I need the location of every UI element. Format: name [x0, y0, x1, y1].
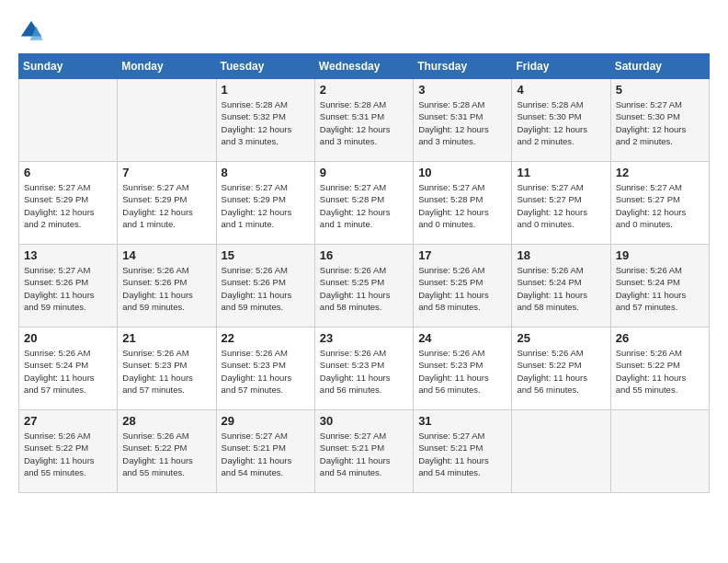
- calendar-day-cell: 20Sunrise: 5:26 AM Sunset: 5:24 PM Dayli…: [19, 327, 118, 410]
- calendar-day-cell: [118, 79, 216, 162]
- day-number: 17: [418, 248, 506, 262]
- day-number: 20: [24, 331, 112, 345]
- day-number: 10: [418, 166, 506, 179]
- calendar-day-cell: 31Sunrise: 5:27 AM Sunset: 5:21 PM Dayli…: [414, 410, 512, 493]
- day-info: Sunrise: 5:27 AM Sunset: 5:28 PM Dayligh…: [418, 181, 506, 230]
- calendar-week-row: 6Sunrise: 5:27 AM Sunset: 5:29 PM Daylig…: [19, 162, 710, 245]
- calendar-day-cell: 26Sunrise: 5:26 AM Sunset: 5:22 PM Dayli…: [610, 327, 709, 410]
- calendar-day-cell: 12Sunrise: 5:27 AM Sunset: 5:27 PM Dayli…: [610, 162, 709, 245]
- calendar-day-cell: 27Sunrise: 5:26 AM Sunset: 5:22 PM Dayli…: [19, 410, 118, 493]
- calendar-week-row: 27Sunrise: 5:26 AM Sunset: 5:22 PM Dayli…: [19, 410, 710, 493]
- calendar-day-cell: [610, 410, 709, 493]
- day-info: Sunrise: 5:26 AM Sunset: 5:26 PM Dayligh…: [222, 264, 310, 313]
- day-number: 30: [320, 414, 408, 428]
- day-info: Sunrise: 5:26 AM Sunset: 5:23 PM Dayligh…: [122, 347, 210, 396]
- calendar-day-cell: [512, 410, 610, 493]
- day-number: 4: [517, 83, 605, 97]
- calendar-day-cell: 4Sunrise: 5:28 AM Sunset: 5:30 PM Daylig…: [512, 79, 610, 162]
- day-number: 6: [24, 166, 112, 179]
- day-number: 14: [122, 248, 210, 262]
- calendar-day-cell: 1Sunrise: 5:28 AM Sunset: 5:32 PM Daylig…: [216, 79, 314, 162]
- day-number: 13: [24, 248, 112, 262]
- day-info: Sunrise: 5:27 AM Sunset: 5:21 PM Dayligh…: [418, 430, 506, 478]
- day-number: 19: [616, 248, 704, 262]
- day-info: Sunrise: 5:27 AM Sunset: 5:27 PM Dayligh…: [616, 181, 704, 230]
- day-number: 9: [320, 166, 408, 179]
- calendar-day-cell: 8Sunrise: 5:27 AM Sunset: 5:29 PM Daylig…: [216, 162, 314, 245]
- logo: [18, 18, 44, 44]
- day-number: 11: [517, 166, 605, 179]
- calendar-day-cell: 16Sunrise: 5:26 AM Sunset: 5:25 PM Dayli…: [314, 245, 413, 327]
- day-info: Sunrise: 5:26 AM Sunset: 5:24 PM Dayligh…: [517, 264, 605, 313]
- day-number: 3: [418, 83, 506, 97]
- calendar-day-cell: 15Sunrise: 5:26 AM Sunset: 5:26 PM Dayli…: [216, 245, 314, 327]
- day-number: 26: [616, 331, 704, 345]
- day-number: 5: [616, 83, 704, 97]
- day-info: Sunrise: 5:26 AM Sunset: 5:25 PM Dayligh…: [320, 264, 408, 313]
- day-info: Sunrise: 5:27 AM Sunset: 5:21 PM Dayligh…: [320, 430, 408, 478]
- calendar-day-cell: 14Sunrise: 5:26 AM Sunset: 5:26 PM Dayli…: [118, 245, 216, 327]
- weekday-header: Monday: [118, 54, 216, 79]
- day-info: Sunrise: 5:27 AM Sunset: 5:26 PM Dayligh…: [24, 264, 112, 313]
- weekday-header: Saturday: [610, 54, 709, 79]
- calendar-table: SundayMondayTuesdayWednesdayThursdayFrid…: [18, 53, 710, 493]
- weekday-header-row: SundayMondayTuesdayWednesdayThursdayFrid…: [19, 54, 710, 79]
- day-number: 16: [320, 248, 408, 262]
- calendar-week-row: 20Sunrise: 5:26 AM Sunset: 5:24 PM Dayli…: [19, 327, 710, 410]
- calendar-day-cell: 22Sunrise: 5:26 AM Sunset: 5:23 PM Dayli…: [216, 327, 314, 410]
- weekday-header: Friday: [512, 54, 610, 79]
- day-number: 15: [222, 248, 310, 262]
- calendar-day-cell: 24Sunrise: 5:26 AM Sunset: 5:23 PM Dayli…: [414, 327, 512, 410]
- day-info: Sunrise: 5:27 AM Sunset: 5:29 PM Dayligh…: [122, 181, 210, 230]
- calendar-day-cell: 30Sunrise: 5:27 AM Sunset: 5:21 PM Dayli…: [314, 410, 413, 493]
- weekday-header: Thursday: [414, 54, 512, 79]
- day-number: 2: [320, 83, 408, 97]
- calendar-day-cell: 23Sunrise: 5:26 AM Sunset: 5:23 PM Dayli…: [314, 327, 413, 410]
- day-number: 24: [418, 331, 506, 345]
- calendar-day-cell: 3Sunrise: 5:28 AM Sunset: 5:31 PM Daylig…: [414, 79, 512, 162]
- day-info: Sunrise: 5:26 AM Sunset: 5:23 PM Dayligh…: [222, 347, 310, 396]
- day-number: 31: [418, 414, 506, 428]
- day-info: Sunrise: 5:28 AM Sunset: 5:31 PM Dayligh…: [418, 98, 506, 147]
- calendar-week-row: 1Sunrise: 5:28 AM Sunset: 5:32 PM Daylig…: [19, 79, 710, 162]
- day-number: 22: [222, 331, 310, 345]
- calendar-day-cell: 19Sunrise: 5:26 AM Sunset: 5:24 PM Dayli…: [610, 245, 709, 327]
- calendar-day-cell: 5Sunrise: 5:27 AM Sunset: 5:30 PM Daylig…: [610, 79, 709, 162]
- day-info: Sunrise: 5:26 AM Sunset: 5:24 PM Dayligh…: [24, 347, 112, 396]
- day-info: Sunrise: 5:26 AM Sunset: 5:22 PM Dayligh…: [616, 347, 704, 396]
- calendar-day-cell: 29Sunrise: 5:27 AM Sunset: 5:21 PM Dayli…: [216, 410, 314, 493]
- day-number: 21: [122, 331, 210, 345]
- day-info: Sunrise: 5:26 AM Sunset: 5:22 PM Dayligh…: [24, 430, 112, 478]
- day-number: 12: [616, 166, 704, 179]
- day-number: 23: [320, 331, 408, 345]
- weekday-header: Wednesday: [314, 54, 413, 79]
- calendar-day-cell: 9Sunrise: 5:27 AM Sunset: 5:28 PM Daylig…: [314, 162, 413, 245]
- day-info: Sunrise: 5:27 AM Sunset: 5:28 PM Dayligh…: [320, 181, 408, 230]
- day-number: 18: [517, 248, 605, 262]
- day-info: Sunrise: 5:28 AM Sunset: 5:32 PM Dayligh…: [222, 98, 310, 147]
- day-info: Sunrise: 5:27 AM Sunset: 5:27 PM Dayligh…: [517, 181, 605, 230]
- calendar-day-cell: 17Sunrise: 5:26 AM Sunset: 5:25 PM Dayli…: [414, 245, 512, 327]
- day-number: 7: [122, 166, 210, 179]
- day-info: Sunrise: 5:27 AM Sunset: 5:29 PM Dayligh…: [222, 181, 310, 230]
- day-info: Sunrise: 5:26 AM Sunset: 5:25 PM Dayligh…: [418, 264, 506, 313]
- day-info: Sunrise: 5:26 AM Sunset: 5:23 PM Dayligh…: [320, 347, 408, 396]
- calendar-day-cell: 10Sunrise: 5:27 AM Sunset: 5:28 PM Dayli…: [414, 162, 512, 245]
- calendar-day-cell: 13Sunrise: 5:27 AM Sunset: 5:26 PM Dayli…: [19, 245, 118, 327]
- calendar-day-cell: [19, 79, 118, 162]
- day-info: Sunrise: 5:26 AM Sunset: 5:26 PM Dayligh…: [122, 264, 210, 313]
- day-info: Sunrise: 5:28 AM Sunset: 5:30 PM Dayligh…: [517, 98, 605, 147]
- day-info: Sunrise: 5:28 AM Sunset: 5:31 PM Dayligh…: [320, 98, 408, 147]
- day-info: Sunrise: 5:27 AM Sunset: 5:29 PM Dayligh…: [24, 181, 112, 230]
- day-info: Sunrise: 5:26 AM Sunset: 5:24 PM Dayligh…: [616, 264, 704, 313]
- day-info: Sunrise: 5:26 AM Sunset: 5:22 PM Dayligh…: [122, 430, 210, 478]
- calendar-day-cell: 25Sunrise: 5:26 AM Sunset: 5:22 PM Dayli…: [512, 327, 610, 410]
- calendar-day-cell: 7Sunrise: 5:27 AM Sunset: 5:29 PM Daylig…: [118, 162, 216, 245]
- weekday-header: Tuesday: [216, 54, 314, 79]
- calendar-week-row: 13Sunrise: 5:27 AM Sunset: 5:26 PM Dayli…: [19, 245, 710, 327]
- calendar-day-cell: 28Sunrise: 5:26 AM Sunset: 5:22 PM Dayli…: [118, 410, 216, 493]
- day-number: 27: [24, 414, 112, 428]
- weekday-header: Sunday: [19, 54, 118, 79]
- calendar-day-cell: 11Sunrise: 5:27 AM Sunset: 5:27 PM Dayli…: [512, 162, 610, 245]
- day-number: 1: [222, 83, 310, 97]
